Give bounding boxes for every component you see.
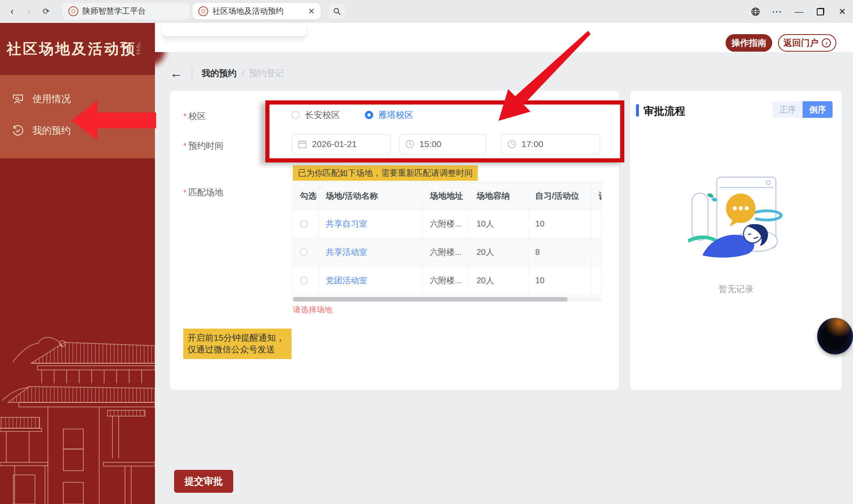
venue-capacity: 10人 — [470, 210, 529, 238]
venue-seats: 10 — [529, 210, 592, 238]
date-value: 2026-01-21 — [312, 139, 357, 149]
usage-icon — [12, 92, 24, 105]
venue-address: 六附楼... — [423, 267, 470, 294]
venue-equipment — [592, 210, 602, 238]
minimize-icon[interactable]: — — [788, 0, 810, 23]
col-address: 场地地址 — [423, 182, 470, 210]
sidebar-menu: 使用情况 我的预约 — [0, 75, 155, 158]
sidebar-item-my-bookings[interactable]: 我的预约 — [0, 118, 155, 142]
search-icon — [333, 7, 341, 15]
sidebar-item-label: 使用情况 — [32, 92, 71, 105]
back-button[interactable]: ← — [170, 67, 182, 80]
venue-equipment — [592, 238, 602, 266]
row-radio-icon[interactable] — [300, 220, 308, 228]
title-accent-bar — [636, 104, 639, 117]
col-seats: 自习/活动位 — [529, 182, 592, 210]
match-label: *匹配场地 — [183, 187, 223, 198]
breadcrumb-parent[interactable]: 我的预约 — [202, 67, 237, 79]
select-venue-error: 请选择场地 — [293, 304, 332, 315]
end-time-input[interactable]: 17:00 — [501, 134, 600, 154]
order-asc-button[interactable]: 正序 — [773, 101, 803, 118]
table-row: 党团活动室 六附楼... 20人 10 — [293, 267, 602, 295]
venue-capacity: 20人 — [470, 238, 529, 266]
order-desc-button[interactable]: 倒序 — [803, 101, 833, 118]
submit-approval-button[interactable]: 提交审批 — [174, 470, 233, 493]
col-capacity: 场地容纳 — [470, 182, 529, 210]
chevron-right-circle-icon: › — [822, 38, 831, 47]
sidebar: 社区场地及活动预约 使用情况 我的预约 — [0, 23, 155, 504]
venue-table: 勾选 场地/活动名称 场地地址 场地容纳 自习/活动位 设备 共享自习室 六附楼… — [293, 182, 602, 296]
start-time-input[interactable]: 15:00 — [399, 134, 486, 154]
row-radio-icon[interactable] — [300, 277, 308, 284]
radio-off-icon — [292, 111, 300, 119]
sidebar-header: 社区场地及活动预约 — [0, 23, 155, 75]
match-notice: 已为你匹配如下场地，需要重新匹配请调整时间 — [293, 165, 478, 181]
refresh-icon[interactable]: ⟳ — [40, 5, 52, 17]
building-illustration — [0, 325, 155, 504]
date-input[interactable]: 2026-01-21 — [292, 134, 391, 154]
close-tab-icon[interactable]: ✕ — [308, 6, 315, 16]
clock-icon — [507, 140, 516, 149]
radio-label: 长安校区 — [305, 109, 340, 121]
back-icon[interactable]: ‹ — [6, 5, 18, 17]
venue-equipment — [592, 267, 602, 294]
venue-address: 六附楼... — [423, 210, 470, 238]
time-label: *预约时间 — [183, 140, 223, 152]
operation-guide-button[interactable]: 操作指南 — [726, 34, 772, 52]
approval-panel: 审批流程 正序 倒序 暂无记录 — [630, 91, 842, 390]
venue-capacity: 20人 — [470, 267, 529, 294]
breadcrumb-divider — [192, 68, 192, 78]
tab-underlay — [162, 23, 306, 36]
scrollbar-thumb[interactable] — [293, 297, 568, 302]
table-header-row: 勾选 场地/活动名称 场地地址 场地容纳 自习/活动位 设备 — [293, 182, 602, 210]
table-row: 共享活动室 六附楼... 20人 8 — [293, 238, 602, 267]
tab-title: 陕师智慧学工平台 — [82, 6, 184, 17]
close-window-icon[interactable]: ✕ — [831, 0, 853, 23]
return-portal-label: 返回门户 — [783, 37, 818, 49]
clock-icon — [405, 140, 414, 149]
operation-guide-label: 操作指南 — [731, 37, 766, 49]
empty-state-illustration — [688, 172, 784, 264]
breadcrumb-separator: / — [242, 68, 244, 78]
start-time-value: 15:00 — [419, 139, 441, 149]
globe-icon[interactable] — [745, 0, 766, 23]
calendar-icon — [298, 140, 307, 149]
floating-assistant-sphere[interactable] — [817, 318, 853, 354]
window-controls: ⋯ — ✕ — [745, 0, 853, 23]
approval-title: 审批流程 — [643, 104, 685, 118]
required-mark: * — [183, 111, 187, 121]
venue-link[interactable]: 共享活动室 — [326, 247, 367, 258]
col-name: 场地/活动名称 — [319, 182, 423, 210]
venue-link[interactable]: 党团活动室 — [326, 275, 367, 286]
radio-changan-campus[interactable]: 长安校区 — [292, 109, 340, 121]
radio-yanta-campus[interactable]: 雁塔校区 — [365, 109, 413, 121]
sidebar-item-usage[interactable]: 使用情况 — [0, 87, 155, 111]
forward-icon[interactable]: › — [22, 5, 35, 17]
col-equipment: 设备 — [592, 182, 602, 210]
app-title: 社区场地及活动预约 — [7, 39, 153, 59]
venue-seats: 10 — [529, 267, 592, 294]
radio-label: 雁塔校区 — [378, 109, 413, 121]
col-check: 勾选 — [293, 182, 319, 210]
tab-booking[interactable]: 社区场地及活动预约 ✕ — [192, 3, 321, 20]
return-portal-button[interactable]: 返回门户 › — [778, 34, 836, 52]
tab-portal[interactable]: 陕师智慧学工平台 — [62, 3, 190, 20]
empty-state-text: 暂无记录 — [630, 283, 842, 295]
menu-dots-icon[interactable]: ⋯ — [766, 0, 788, 23]
sidebar-item-label: 我的预约 — [32, 124, 71, 137]
radio-on-icon — [365, 111, 373, 119]
end-time-value: 17:00 — [521, 139, 544, 149]
site-favicon — [68, 6, 78, 16]
tab-search-button[interactable] — [329, 4, 345, 19]
table-scrollbar — [293, 297, 602, 302]
history-icon — [12, 124, 24, 137]
campus-label: *校区 — [183, 110, 206, 122]
venue-address: 六附楼... — [423, 238, 470, 266]
browser-chrome: ‹ › ⟳ 陕师智慧学工平台 社区场地及活动预约 ✕ ⋯ — [0, 0, 853, 23]
restore-icon[interactable] — [810, 0, 831, 23]
site-favicon — [198, 6, 208, 16]
breadcrumb: ← 我的预约 / 预约登记 — [170, 66, 284, 81]
app-window: ‹ › ⟳ 陕师智慧学工平台 社区场地及活动预约 ✕ ⋯ — [0, 0, 853, 504]
row-radio-icon[interactable] — [300, 248, 308, 256]
venue-link[interactable]: 共享自习室 — [326, 218, 367, 230]
